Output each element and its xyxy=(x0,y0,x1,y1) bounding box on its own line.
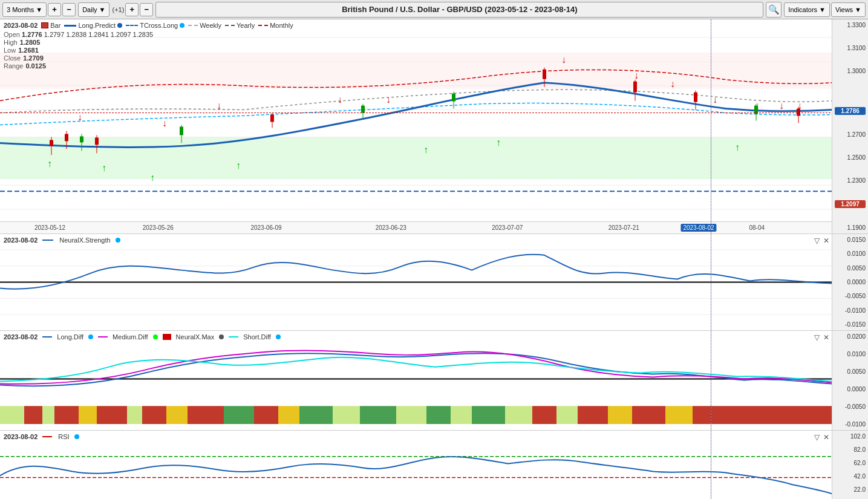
svg-rect-77 xyxy=(254,406,278,424)
indicator2-price-axis: 0.0200 0.0100 0.0050 0.0000 -0.0050 -0.0… xyxy=(832,331,868,430)
svg-rect-40 xyxy=(180,126,183,135)
multi-indicator-chart: 2023-08-02 Long.Diff Medium.Diff NeuralX… xyxy=(0,331,868,431)
chevron-down-icon2: ▼ xyxy=(99,6,106,13)
toolbar: 3 Months ▼ + − Daily ▼ (+1) + − British … xyxy=(0,0,868,19)
monthly-line xyxy=(258,25,268,26)
svg-text:↑: ↑ xyxy=(102,163,106,173)
svg-text:↓: ↓ xyxy=(162,118,167,128)
svg-rect-68 xyxy=(42,406,54,424)
svg-text:↓: ↓ xyxy=(670,79,675,89)
svg-rect-71 xyxy=(97,406,127,424)
rsi-level-2: 82.0 xyxy=(835,446,866,453)
close-row: Close 1.2709 xyxy=(4,54,293,62)
indicators-dropdown[interactable]: Indicators ▼ xyxy=(784,2,830,17)
chevron-down-icon: ▼ xyxy=(36,6,42,13)
svg-rect-85 xyxy=(472,406,505,424)
svg-text:↓: ↓ xyxy=(561,54,566,65)
shift-plus-btn[interactable]: + xyxy=(125,3,139,16)
indicator3-price-axis: 102.0 82.0 62.0 42.0 22.0 2.0 xyxy=(832,431,868,499)
indicator3-svg xyxy=(0,431,832,499)
chart-legend: 2023-08-02 Bar Long.Predict TCross.Long xyxy=(4,22,293,70)
indicator2-expand-btn[interactable]: ▽ xyxy=(814,333,820,342)
ohlcr-row: Open 1.2776 1.2797 1.2838 1.2841 1.2097 … xyxy=(4,31,293,38)
indicator2-svg xyxy=(0,331,832,430)
indicator2-close-btn[interactable]: ✕ xyxy=(823,333,829,342)
svg-rect-36 xyxy=(80,136,83,142)
range-label: Range xyxy=(4,62,23,70)
shift-label: (+1) xyxy=(112,6,124,13)
long-diff-dot xyxy=(88,334,93,339)
indicator1-dot xyxy=(116,238,120,243)
svg-text:↓: ↓ xyxy=(217,100,221,111)
high-val: 1.2805 xyxy=(20,39,41,46)
svg-rect-79 xyxy=(299,406,333,424)
date-jul21: 2023-07-21 xyxy=(609,224,639,231)
indicator1-expand-btn[interactable]: ▽ xyxy=(814,236,820,245)
weekly-legend: Weekly xyxy=(188,22,221,29)
date-jul07: 2023-07-07 xyxy=(492,224,523,231)
rsi-level-5: 22.0 xyxy=(835,486,866,493)
search-icon: 🔍 xyxy=(768,4,780,15)
close-val: 1.2709 xyxy=(23,54,44,62)
indicator3-header: 2023-08-02 RSI xyxy=(4,433,79,440)
tcross-label: TCross.Long xyxy=(140,22,178,29)
svg-rect-90 xyxy=(608,406,632,424)
indicator2-date: 2023-08-02 xyxy=(4,333,38,341)
open-tcross: 1.2838 xyxy=(66,31,86,38)
svg-rect-66 xyxy=(0,406,24,424)
neuralx-strength-chart: 2023-08-02 NeuralX.Strength -0.0079 ▽ ✕ … xyxy=(0,234,868,331)
indicator2-controls: ▽ ✕ xyxy=(814,333,829,342)
ind1-level-4: 0.0000 xyxy=(835,279,866,285)
svg-text:↓: ↓ xyxy=(713,94,717,105)
indicator1-close-btn[interactable]: ✕ xyxy=(823,236,829,245)
neural-max-dot xyxy=(219,334,224,339)
period-dropdown[interactable]: 3 Months ▼ xyxy=(2,2,47,17)
date-may26: 2023-05-26 xyxy=(143,224,174,231)
svg-rect-67 xyxy=(24,406,42,424)
interval-dropdown[interactable]: Daily ▼ xyxy=(78,2,109,17)
current-price-highlight: 1.2786 xyxy=(835,107,866,115)
svg-rect-83 xyxy=(426,406,451,424)
svg-text:↓: ↓ xyxy=(634,70,639,80)
views-dropdown[interactable]: Views ▼ xyxy=(831,2,866,17)
search-button[interactable]: 🔍 xyxy=(766,2,782,18)
open-weekly: 1.2841 xyxy=(88,31,109,38)
svg-rect-91 xyxy=(632,406,665,424)
monthly-legend: Monthly xyxy=(258,22,293,29)
indicator3-controls: ▽ ✕ xyxy=(814,433,829,442)
ind2-level-2: 0.0100 xyxy=(835,351,866,357)
tcross-line xyxy=(126,25,138,26)
indicator3-crosshair xyxy=(711,431,711,499)
date-aug04: 08-04 xyxy=(749,224,765,231)
long-predict-line xyxy=(64,25,76,27)
period-minus-btn[interactable]: − xyxy=(62,3,76,16)
period-plus-btn[interactable]: + xyxy=(48,3,61,16)
svg-rect-50 xyxy=(633,82,637,93)
low-val: 1.2681 xyxy=(18,47,39,54)
low-label: Low xyxy=(4,47,16,54)
main-chart-date: 2023-08-02 xyxy=(4,22,38,29)
open-label: Open xyxy=(4,31,20,38)
yearly-legend: Yearly xyxy=(225,22,255,29)
price-1.3100: 1.3100 xyxy=(835,45,866,51)
ind2-level-4: 0.0000 xyxy=(835,386,866,393)
yearly-label: Yearly xyxy=(237,22,255,29)
ind2-level-1: 0.0200 xyxy=(835,333,866,340)
indicator3-expand-btn[interactable]: ▽ xyxy=(814,433,820,442)
price-1.2500: 1.2500 xyxy=(835,154,866,161)
svg-text:↑: ↑ xyxy=(47,158,52,169)
ind2-level-6: -0.0100 xyxy=(835,421,866,428)
svg-rect-82 xyxy=(396,406,426,424)
chart-title: British Pound / U.S. Dollar - GBP/USD (2… xyxy=(155,2,763,18)
svg-rect-42 xyxy=(270,115,274,122)
shift-minus-btn[interactable]: − xyxy=(140,3,153,16)
indicator3-close-btn[interactable]: ✕ xyxy=(823,433,829,442)
open-group: Open 1.2776 1.2797 1.2838 1.2841 1.2097 … xyxy=(4,31,153,38)
indicator2-header: 2023-08-02 Long.Diff Medium.Diff NeuralX… xyxy=(4,333,281,341)
long-diff-label: Long.Diff xyxy=(57,333,83,341)
svg-rect-56 xyxy=(797,109,800,116)
date-may12: 2023-05-12 xyxy=(34,224,65,231)
interval-group: Daily ▼ xyxy=(78,2,109,17)
svg-text:↑: ↑ xyxy=(150,172,155,183)
rsi-level-4: 42.0 xyxy=(835,473,866,480)
